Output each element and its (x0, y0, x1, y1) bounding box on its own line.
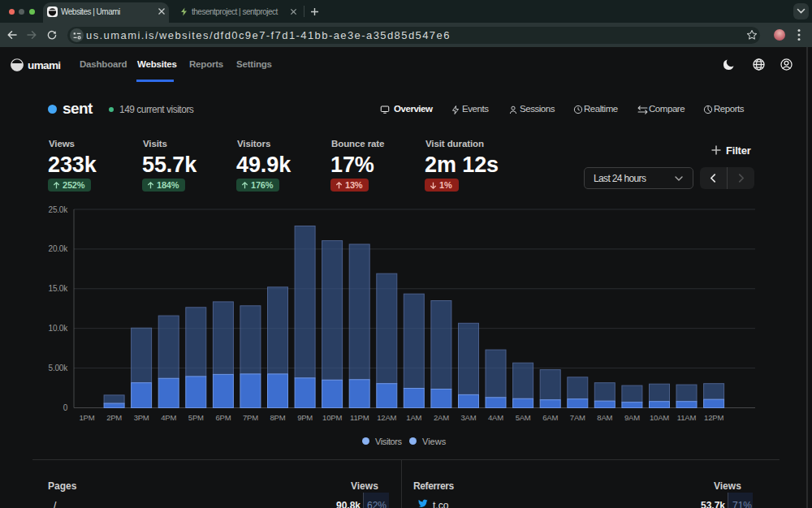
svg-text:5.00k: 5.00k (49, 364, 69, 372)
svg-text:8PM: 8PM (270, 413, 286, 422)
svg-text:2AM: 2AM (434, 413, 449, 422)
svg-text:6PM: 6PM (215, 413, 231, 422)
svg-text:6AM: 6AM (542, 413, 558, 422)
svg-text:9PM: 9PM (297, 413, 313, 422)
svg-text:15.0k: 15.0k (49, 284, 69, 293)
svg-text:20.0k: 20.0k (49, 244, 69, 253)
svg-text:10.0k: 10.0k (49, 324, 69, 333)
svg-text:4PM: 4PM (161, 413, 176, 422)
svg-text:10PM: 10PM (322, 413, 342, 422)
svg-text:10AM: 10AM (650, 413, 669, 422)
svg-text:12AM: 12AM (377, 413, 396, 422)
svg-text:5AM: 5AM (516, 413, 531, 422)
svg-text:11AM: 11AM (677, 413, 697, 422)
svg-text:5PM: 5PM (188, 413, 204, 422)
svg-text:3PM: 3PM (134, 413, 149, 422)
svg-text:1PM: 1PM (80, 413, 95, 422)
svg-text:3AM: 3AM (461, 413, 477, 422)
svg-text:7PM: 7PM (243, 413, 258, 422)
svg-text:9AM: 9AM (624, 413, 640, 422)
svg-text:2PM: 2PM (106, 413, 122, 422)
svg-text:1AM: 1AM (406, 413, 421, 422)
svg-text:11PM: 11PM (350, 413, 369, 422)
svg-text:8AM: 8AM (597, 413, 612, 422)
svg-text:25.0k: 25.0k (49, 205, 69, 214)
svg-text:7AM: 7AM (570, 413, 585, 422)
svg-text:12PM: 12PM (704, 413, 723, 422)
svg-text:4AM: 4AM (488, 413, 503, 422)
svg-text:0: 0 (63, 403, 68, 412)
